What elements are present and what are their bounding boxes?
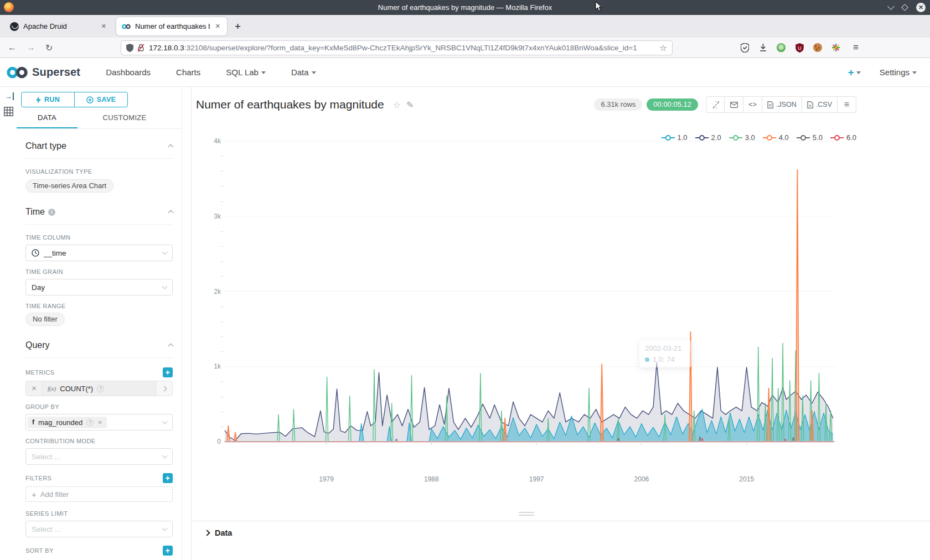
time-column-select[interactable]: __time bbox=[25, 245, 173, 261]
export-csv-button[interactable]: .CSV bbox=[802, 96, 838, 113]
x-axis-tick-label: 1988 bbox=[415, 475, 448, 483]
remove-metric-icon[interactable]: ✕ bbox=[26, 381, 43, 396]
group-by-label: GROUP BY bbox=[25, 403, 173, 410]
email-button[interactable] bbox=[725, 96, 743, 113]
nav-dashboards[interactable]: Dashboards bbox=[106, 68, 151, 77]
favorite-star-icon[interactable]: ☆ bbox=[393, 100, 401, 110]
browser-tabstrip: Apache Druid ✕ Numer of earthquakes by ✕… bbox=[0, 15, 930, 38]
tracking-shield-icon[interactable] bbox=[126, 44, 133, 52]
y-axis-minor-tick bbox=[221, 397, 223, 397]
expand-metric-icon[interactable] bbox=[156, 381, 172, 396]
lightning-icon bbox=[36, 96, 41, 103]
sort-by-label: SORT BY + bbox=[25, 546, 173, 556]
url-bar[interactable]: 172.18.0.3 :32108/superset/explore/?form… bbox=[121, 40, 673, 55]
new-tab-button[interactable]: + bbox=[235, 20, 241, 33]
insecure-lock-icon[interactable] bbox=[137, 44, 144, 52]
add-metric-button[interactable]: + bbox=[163, 367, 173, 377]
time-grain-select[interactable]: Day bbox=[25, 279, 173, 295]
window-minimize-icon[interactable] bbox=[887, 3, 895, 10]
section-query[interactable]: Query bbox=[25, 340, 173, 358]
y-axis-minor-tick bbox=[221, 156, 223, 157]
datasource-grid-icon[interactable] bbox=[4, 107, 13, 116]
ublock-icon[interactable]: U bbox=[794, 42, 805, 53]
data-expander[interactable]: Data bbox=[192, 521, 930, 537]
brand-name: Superset bbox=[32, 66, 80, 79]
forward-icon[interactable]: → bbox=[27, 43, 35, 53]
embed-code-button[interactable]: <> bbox=[743, 96, 762, 113]
window-close-icon[interactable]: ✕ bbox=[916, 3, 926, 12]
contribution-mode-select[interactable]: Select ... bbox=[25, 448, 173, 465]
legend-item[interactable]: 5.0 bbox=[797, 133, 823, 142]
legend-item[interactable]: 1.0 bbox=[662, 133, 688, 142]
bookmark-star-icon[interactable]: ☆ bbox=[660, 43, 667, 53]
time-column-label: TIME COLUMN bbox=[25, 234, 173, 241]
time-grain-label: TIME GRAIN bbox=[25, 268, 173, 275]
legend-item[interactable]: 3.0 bbox=[729, 133, 755, 142]
new-item-button[interactable]: + bbox=[848, 66, 861, 79]
tab-apache-druid[interactable]: Apache Druid ✕ bbox=[4, 17, 113, 35]
chart-plot-area[interactable]: 19791988199720062015 2002-03-21 1.0: 74 bbox=[224, 141, 835, 506]
permalink-button[interactable] bbox=[706, 96, 725, 113]
chart-tooltip: 2002-03-21 1.0: 74 bbox=[639, 340, 691, 367]
y-axis-tick-label: 4k bbox=[204, 137, 221, 145]
superset-logo[interactable]: Superset bbox=[7, 66, 80, 79]
section-time[interactable]: Timei bbox=[25, 207, 173, 225]
x-axis-tick-label: 1997 bbox=[520, 475, 553, 483]
tab-close-icon[interactable]: ✕ bbox=[214, 22, 221, 31]
edit-pencil-icon[interactable]: ✎ bbox=[406, 100, 414, 110]
save-button[interactable]: SAVE bbox=[74, 92, 127, 107]
legend-item[interactable]: 2.0 bbox=[695, 133, 721, 142]
metric-item[interactable]: ✕ f(x)COUNT(*)? bbox=[25, 381, 173, 396]
browser-titlebar: Numer of earthquakes by magnitude — Mozi… bbox=[0, 0, 930, 15]
nav-data[interactable]: Data bbox=[291, 68, 316, 77]
legend-item[interactable]: 4.0 bbox=[763, 133, 789, 142]
viz-type-label: VISUALIZATION TYPE bbox=[25, 168, 173, 175]
export-json-button[interactable]: .JSON bbox=[762, 96, 802, 113]
back-icon[interactable]: ← bbox=[8, 43, 17, 53]
code-icon: <> bbox=[748, 101, 757, 108]
series-limit-select[interactable]: Select ... bbox=[25, 521, 173, 537]
viz-type-pill[interactable]: Time-series Area Chart bbox=[25, 179, 113, 193]
window-maximize-icon[interactable] bbox=[901, 4, 908, 11]
superset-favicon bbox=[122, 24, 131, 29]
chart-legend: 1.02.03.04.05.06.0 bbox=[662, 133, 856, 142]
y-axis-minor-tick bbox=[221, 307, 223, 307]
menu-icon[interactable]: ≡ bbox=[850, 42, 861, 53]
resize-handle[interactable] bbox=[519, 510, 534, 516]
reload-icon[interactable]: ↻ bbox=[45, 43, 53, 53]
run-button[interactable]: RUN bbox=[22, 92, 74, 107]
tab-customize[interactable]: CUSTOMIZE bbox=[78, 113, 172, 128]
druid-favicon bbox=[10, 22, 19, 31]
privacy-badger-icon[interactable] bbox=[776, 42, 787, 53]
time-range-pill[interactable]: No filter bbox=[25, 313, 65, 326]
control-panel: RUN SAVE DATA CUSTOMIZE Chart type VISUA… bbox=[17, 87, 182, 560]
more-options-button[interactable]: ≡ bbox=[838, 96, 856, 113]
tab-superset-explore[interactable]: Numer of earthquakes by ✕ bbox=[116, 17, 227, 35]
nav-charts[interactable]: Charts bbox=[176, 68, 200, 77]
pocket-shield-icon[interactable] bbox=[739, 42, 750, 53]
group-by-select[interactable]: f mag_rounded ? ✕ bbox=[25, 414, 173, 431]
legend-item[interactable]: 6.0 bbox=[830, 133, 856, 142]
superset-navbar: Superset Dashboards Charts SQL Lab Data … bbox=[0, 58, 930, 87]
cookie-icon[interactable] bbox=[812, 42, 823, 53]
nav-sql-lab[interactable]: SQL Lab bbox=[226, 68, 266, 77]
add-sort-button[interactable]: + bbox=[163, 546, 173, 556]
y-axis-minor-tick bbox=[221, 336, 223, 337]
y-axis-tick-label: 2k bbox=[204, 288, 221, 295]
group-by-pill[interactable]: f mag_rounded ? ✕ bbox=[28, 417, 107, 428]
settings-menu[interactable]: Settings bbox=[880, 68, 917, 77]
downloads-icon[interactable] bbox=[757, 42, 768, 53]
remove-icon[interactable]: ✕ bbox=[97, 419, 102, 426]
collapse-panel-icon[interactable]: → bbox=[4, 92, 14, 100]
tab-data[interactable]: DATA bbox=[17, 113, 78, 128]
tab-close-icon[interactable]: ✕ bbox=[100, 22, 107, 31]
area-chart bbox=[224, 141, 835, 444]
section-chart-type[interactable]: Chart type bbox=[25, 141, 173, 159]
add-filter-button[interactable]: + bbox=[163, 473, 173, 483]
y-axis-minor-tick bbox=[221, 412, 223, 412]
pinwheel-extension-icon[interactable] bbox=[830, 42, 841, 53]
add-filter-dropzone[interactable]: +Add filter bbox=[25, 486, 173, 502]
circle-plus-icon bbox=[86, 96, 94, 103]
application-window: Numer of earthquakes by magnitude — Mozi… bbox=[0, 0, 930, 560]
url-host: 172.18.0.3 bbox=[149, 44, 184, 52]
